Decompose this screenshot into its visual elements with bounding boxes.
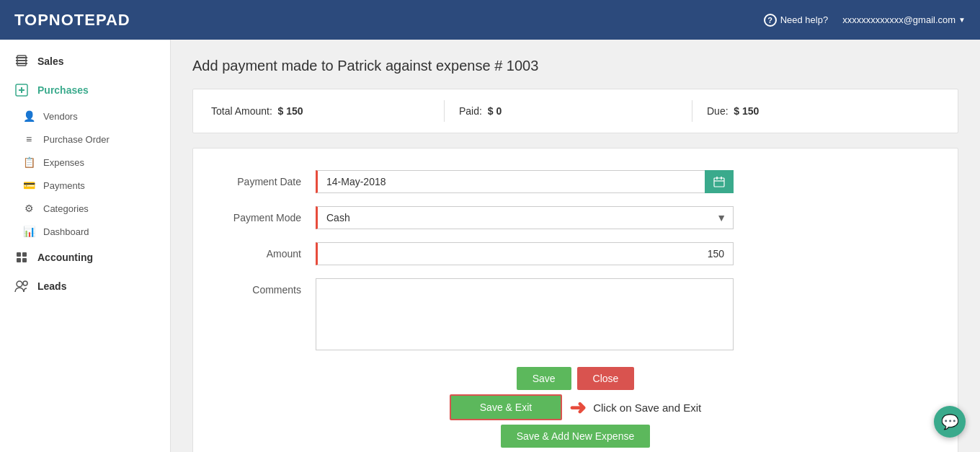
sidebar-categories-label: Categories xyxy=(43,203,89,214)
sidebar-vendors-label: Vendors xyxy=(43,111,78,122)
header-right: ? Need help? xxxxxxxxxxxxx@gmail.com ▼ xyxy=(764,14,966,27)
svg-rect-9 xyxy=(17,258,21,262)
buttons-area: Save Close Save & Exit ➜ Click on Save a… xyxy=(215,367,936,448)
sidebar-payments-label: Payments xyxy=(43,180,85,191)
categories-icon: ⚙ xyxy=(23,203,35,214)
due-value: $ 150 xyxy=(734,105,759,117)
amount-control xyxy=(316,242,734,265)
due-amount: Due: $ 150 xyxy=(692,105,940,117)
sidebar-item-purchases[interactable]: Purchases xyxy=(0,76,170,105)
help-label: Need help? xyxy=(780,14,829,25)
paid-label: Paid: xyxy=(459,105,482,117)
total-label: Total Amount: xyxy=(211,105,272,117)
payment-date-input[interactable] xyxy=(316,170,705,193)
payment-date-label: Payment Date xyxy=(215,170,316,187)
sidebar-item-sales[interactable]: Sales xyxy=(0,47,170,76)
sidebar-item-leads[interactable]: Leads xyxy=(0,272,170,301)
sidebar-item-vendors[interactable]: 👤 Vendors xyxy=(0,105,170,128)
comments-control xyxy=(316,278,734,353)
date-wrap xyxy=(316,170,734,193)
payment-mode-control: Cash Check Bank Transfer Credit Card ▼ xyxy=(316,206,734,229)
main-content: Add payment made to Patrick against expe… xyxy=(171,40,980,452)
svg-point-12 xyxy=(23,281,27,285)
amount-row: Amount xyxy=(215,242,936,265)
payment-mode-label: Payment Mode xyxy=(215,206,316,223)
svg-rect-13 xyxy=(714,178,724,187)
payment-date-row: Payment Date xyxy=(215,170,936,193)
help-link[interactable]: ? Need help? xyxy=(764,14,829,27)
sidebar-item-expenses[interactable]: 📋 Expenses xyxy=(0,151,170,174)
payment-mode-select[interactable]: Cash Check Bank Transfer Credit Card xyxy=(316,206,734,229)
user-email-text: xxxxxxxxxxxxx@gmail.com xyxy=(842,14,956,25)
help-icon: ? xyxy=(764,14,777,27)
save-button[interactable]: Save xyxy=(517,367,571,390)
calendar-icon xyxy=(713,176,725,187)
main-layout: Sales Purchases 👤 Vendors ≡ Purchase Ord… xyxy=(0,40,980,452)
sidebar: Sales Purchases 👤 Vendors ≡ Purchase Ord… xyxy=(0,40,171,452)
sidebar-item-payments[interactable]: 💳 Payments xyxy=(0,174,170,197)
payment-date-control xyxy=(316,170,734,193)
vendors-icon: 👤 xyxy=(23,110,35,122)
svg-rect-10 xyxy=(22,258,27,262)
annotation-text: Click on Save and Exit xyxy=(593,402,701,414)
calendar-button[interactable] xyxy=(705,170,734,193)
save-exit-button[interactable]: Save & Exit xyxy=(450,394,562,420)
floating-help-button[interactable]: 💬 xyxy=(934,406,966,438)
svg-point-11 xyxy=(17,281,22,287)
comments-textarea[interactable] xyxy=(316,278,734,350)
user-email-dropdown[interactable]: xxxxxxxxxxxxx@gmail.com ▼ xyxy=(842,14,966,25)
save-add-button[interactable]: Save & Add New Expense xyxy=(501,425,650,448)
page-title: Add payment made to Patrick against expe… xyxy=(192,58,958,74)
sidebar-expenses-label: Expenses xyxy=(43,157,84,168)
comments-label: Comments xyxy=(215,278,316,296)
summary-bar: Total Amount: $ 150 Paid: $ 0 Due: $ 150 xyxy=(192,89,958,133)
amount-label: Amount xyxy=(215,242,316,260)
amount-input[interactable] xyxy=(316,242,734,265)
sidebar-item-categories[interactable]: ⚙ Categories xyxy=(0,197,170,220)
expenses-icon: 📋 xyxy=(23,156,35,168)
total-value: $ 150 xyxy=(278,105,303,117)
sales-icon xyxy=(14,54,29,68)
payment-mode-select-wrap: Cash Check Bank Transfer Credit Card ▼ xyxy=(316,206,734,229)
app-logo: TopNotepad xyxy=(14,11,130,30)
purchase-order-icon: ≡ xyxy=(23,133,35,145)
total-amount: Total Amount: $ 150 xyxy=(211,105,444,117)
sidebar-sales-label: Sales xyxy=(37,56,64,67)
dashboard-icon: 📊 xyxy=(23,226,35,237)
sidebar-purchase-order-label: Purchase Order xyxy=(43,134,110,145)
btn-row-1: Save Close xyxy=(517,367,635,390)
leads-icon xyxy=(14,279,29,293)
svg-rect-8 xyxy=(22,252,27,257)
payment-form: Payment Date xyxy=(192,148,958,452)
sidebar-dashboard-label: Dashboard xyxy=(43,226,89,237)
annotation-wrap: Save & Exit ➜ Click on Save and Exit xyxy=(450,394,701,420)
sidebar-item-accounting[interactable]: Accounting xyxy=(0,243,170,272)
accounting-icon xyxy=(14,250,29,265)
due-label: Due: xyxy=(707,105,729,117)
svg-rect-7 xyxy=(17,252,21,257)
sidebar-purchases-label: Purchases xyxy=(37,84,89,96)
floating-help-icon: 💬 xyxy=(941,413,959,430)
sidebar-item-dashboard[interactable]: 📊 Dashboard xyxy=(0,220,170,243)
purchases-icon xyxy=(14,83,29,97)
payment-mode-row: Payment Mode Cash Check Bank Transfer Cr… xyxy=(215,206,936,229)
chevron-down-icon: ▼ xyxy=(958,16,966,24)
paid-amount: Paid: $ 0 xyxy=(445,105,692,117)
app-header: TopNotepad ? Need help? xxxxxxxxxxxxx@gm… xyxy=(0,0,980,40)
sidebar-item-purchase-order[interactable]: ≡ Purchase Order xyxy=(0,128,170,151)
paid-value: $ 0 xyxy=(488,105,502,117)
payments-icon: 💳 xyxy=(23,180,35,191)
arrow-right-icon: ➜ xyxy=(569,396,586,420)
sidebar-leads-label: Leads xyxy=(37,280,66,292)
sidebar-accounting-label: Accounting xyxy=(37,252,93,263)
comments-row: Comments xyxy=(215,278,936,353)
close-button[interactable]: Close xyxy=(577,367,635,390)
